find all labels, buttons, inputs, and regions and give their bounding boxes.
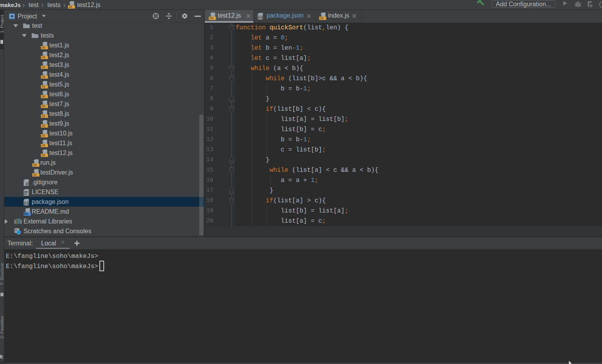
svg-text:JS: JS xyxy=(33,173,37,177)
svg-text:JS: JS xyxy=(41,114,45,118)
svg-text:JS: JS xyxy=(41,144,45,147)
svg-text:JS: JS xyxy=(41,75,45,79)
svg-text:{}: {} xyxy=(258,15,263,20)
svg-text:JS: JS xyxy=(41,134,45,137)
svg-text:JS: JS xyxy=(41,85,45,88)
svg-text:JS: JS xyxy=(41,153,45,157)
svg-text:JS: JS xyxy=(41,56,45,59)
svg-text:JS: JS xyxy=(68,5,72,9)
svg-text:MD: MD xyxy=(24,212,29,216)
svg-text:JS: JS xyxy=(41,105,45,108)
svg-text:JS: JS xyxy=(209,16,213,20)
svg-text:JS: JS xyxy=(41,124,45,128)
svg-text:JS: JS xyxy=(33,163,37,167)
svg-text:JS: JS xyxy=(41,65,45,69)
svg-text:{}: {} xyxy=(23,201,29,206)
svg-text:JS: JS xyxy=(320,16,324,20)
svg-text:JS: JS xyxy=(41,95,45,98)
svg-text:JS: JS xyxy=(41,46,45,49)
